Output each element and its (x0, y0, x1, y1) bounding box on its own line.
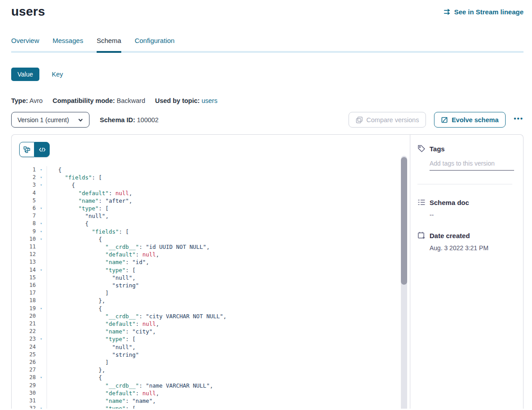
tab-schema[interactable]: Schema (97, 37, 121, 51)
code-line: 15 "null", (12, 274, 410, 282)
code-view-button[interactable] (34, 142, 50, 157)
code-line: 6▾ "type": [ (12, 205, 410, 212)
add-tags-input[interactable] (430, 160, 514, 171)
code-line: 3▾ { (12, 181, 410, 189)
page-header: users See in Stream lineage (11, 4, 523, 19)
fold-toggle-icon[interactable]: ▾ (36, 174, 47, 181)
tabs: Overview Messages Schema Configuration (11, 37, 523, 53)
key-tab-link[interactable]: Key (52, 71, 63, 78)
line-number: 14 (12, 266, 36, 274)
tree-view-button[interactable] (19, 142, 34, 157)
fold-toggle-icon[interactable]: ▾ (36, 335, 47, 343)
fold-toggle-icon[interactable]: ▾ (36, 235, 47, 243)
line-number: 31 (12, 397, 36, 405)
code-text: "default": null, (47, 189, 132, 197)
type-label: Type: (11, 97, 28, 104)
tab-strip (11, 51, 523, 53)
code-line: 22 "name": "city", (12, 328, 410, 335)
code-line: 21 "default": null, (12, 320, 410, 328)
date-created-title: Date created (430, 232, 470, 239)
compat-label: Compatibility mode: (52, 97, 115, 104)
line-number: 1 (12, 166, 36, 174)
fold-spacer (36, 397, 47, 405)
line-number: 29 (12, 382, 36, 389)
fold-toggle-icon[interactable]: ▾ (36, 374, 47, 381)
tab-messages[interactable]: Messages (53, 37, 83, 51)
code-text: ] (47, 289, 109, 297)
code-line: 30 "default": null, (12, 389, 410, 397)
fold-toggle-icon[interactable]: ▾ (36, 305, 47, 312)
tags-title: Tags (430, 145, 445, 153)
code-text: "fields": [ (47, 228, 129, 235)
fold-toggle-icon[interactable]: ▾ (36, 181, 47, 189)
code-text: "string" (47, 282, 139, 289)
fold-toggle-icon[interactable]: ▾ (36, 266, 47, 274)
value-tab-button[interactable]: Value (11, 68, 39, 81)
code-text: "default": null, (47, 389, 159, 397)
schema-meta: Type: Avro Compatibility mode: Backward … (11, 97, 523, 104)
compat-value: Backward (117, 97, 145, 104)
code-text: { (47, 220, 89, 227)
code-line: 4 "default": null, (12, 189, 410, 197)
editor-scrollbar-thumb[interactable] (401, 157, 407, 285)
code-text: "name": "city", (47, 328, 156, 335)
fold-spacer (36, 212, 47, 220)
tab-configuration[interactable]: Configuration (135, 37, 174, 51)
evolve-schema-button[interactable]: Evolve schema (434, 112, 506, 128)
compare-versions-label: Compare versions (366, 116, 419, 124)
schema-doc-value: -- (430, 211, 514, 218)
see-in-stream-lineage-link[interactable]: See in Stream lineage (443, 8, 523, 16)
fold-toggle-icon[interactable]: ▾ (36, 228, 47, 235)
fold-spacer (36, 366, 47, 374)
line-number: 3 (12, 181, 36, 189)
type-value: Avro (30, 97, 43, 104)
more-options-button[interactable]: ••• (514, 115, 523, 125)
code-line: 18 }, (12, 297, 410, 304)
fold-spacer (36, 382, 47, 389)
tag-icon (417, 145, 426, 153)
code-text: "type": [ (47, 405, 136, 409)
version-select[interactable]: Version 1 (current) (11, 112, 89, 128)
code-line: 28▾ { (12, 374, 410, 381)
code-line: 12 "default": null, (12, 251, 410, 258)
line-number: 19 (12, 305, 36, 312)
code-line: 10▾ { (12, 235, 410, 243)
code-line: 32▾ "type": [ (12, 405, 410, 409)
code-text: "name": "name", (47, 397, 156, 405)
schema-id-value: 100002 (137, 116, 158, 124)
code-line: 29 "__crdb__": "name VARCHAR NULL", (12, 382, 410, 389)
fold-toggle-icon[interactable]: ▾ (36, 205, 47, 212)
line-number: 4 (12, 189, 36, 197)
code-text: "name": "id", (47, 258, 149, 266)
code-text: "__crdb__": "city VARCHAR NOT NULL", (47, 312, 226, 320)
code-line: 5 "name": "after", (12, 197, 410, 205)
code-line: 8▾ { (12, 220, 410, 227)
editor-scrollbar-track[interactable] (401, 156, 407, 409)
line-number: 8 (12, 220, 36, 227)
code-text: { (47, 305, 102, 312)
code-line: 1▾{ (12, 166, 410, 174)
line-number: 23 (12, 335, 36, 343)
code-text: ] (47, 359, 109, 366)
code-text: "fields": [ (47, 174, 102, 181)
schema-doc-title: Schema doc (430, 199, 469, 206)
schema-doc-icon (417, 198, 426, 206)
line-number: 25 (12, 351, 36, 359)
topic-link[interactable]: users (201, 97, 217, 104)
evolve-schema-icon (441, 116, 448, 123)
fold-spacer (36, 274, 47, 282)
fold-spacer (36, 197, 47, 205)
fold-spacer (36, 282, 47, 289)
compare-versions-button[interactable]: Compare versions (349, 112, 426, 128)
fold-spacer (36, 189, 47, 197)
tab-overview[interactable]: Overview (11, 37, 39, 51)
code-text: "string" (47, 351, 139, 359)
code-view-icon (39, 146, 46, 153)
fold-toggle-icon[interactable]: ▾ (36, 220, 47, 227)
line-number: 24 (12, 343, 36, 351)
fold-spacer (36, 320, 47, 328)
fold-toggle-icon[interactable]: ▾ (36, 405, 47, 409)
editor-view-toggle (19, 142, 50, 157)
compare-versions-icon (356, 116, 363, 124)
fold-toggle-icon[interactable]: ▾ (36, 166, 47, 174)
